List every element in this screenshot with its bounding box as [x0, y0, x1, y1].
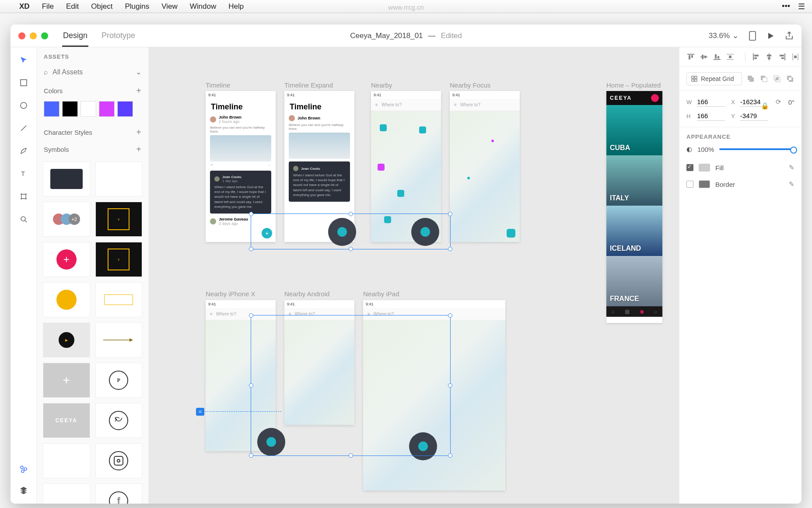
align-hcenter-icon[interactable] — [765, 53, 774, 61]
artboard-timeline[interactable]: 9:41 Timeline John Brown2 hours ago Beli… — [206, 91, 276, 242]
tab-prototype[interactable]: Prototype — [101, 25, 136, 47]
color-swatch[interactable] — [80, 101, 96, 117]
menu-object[interactable]: Object — [91, 2, 112, 11]
artboard-home-populated[interactable]: CEEYA CUBA ITALY ICELAND FRANCE ⌂▦◉⌕ — [606, 91, 662, 323]
distribute-v-icon[interactable] — [726, 53, 735, 61]
rectangle-tool[interactable] — [18, 77, 29, 88]
color-swatch[interactable] — [44, 101, 60, 117]
boolean-intersect-icon[interactable] — [773, 74, 781, 83]
align-left-icon[interactable] — [752, 53, 760, 61]
artboard-label[interactable]: Timeline — [206, 81, 230, 89]
width-input[interactable] — [697, 97, 725, 107]
artboard-label[interactable]: Nearby — [371, 81, 392, 89]
symbol-thumb[interactable] — [95, 322, 143, 357]
svg-rect-34 — [794, 56, 797, 58]
text-tool[interactable]: T — [18, 168, 29, 179]
symbol-thumb[interactable] — [95, 282, 143, 317]
lock-aspect-icon[interactable]: 🔒 — [761, 102, 769, 110]
add-color-button[interactable]: + — [136, 86, 141, 96]
border-color-chip[interactable] — [699, 180, 710, 188]
align-bottom-icon[interactable] — [713, 53, 721, 61]
opacity-slider[interactable] — [719, 148, 794, 150]
artboard-label[interactable]: Nearby iPhone X — [206, 290, 255, 298]
pen-tool[interactable] — [18, 145, 29, 157]
zoom-dropdown[interactable]: 33.6% ⌄ — [709, 31, 738, 40]
artboard-nearby-ipad[interactable]: 9:41 ≡Where to? — [363, 300, 505, 490]
symbol-thumb[interactable]: + — [43, 242, 90, 277]
fill-color-chip[interactable] — [699, 164, 710, 172]
symbol-thumb[interactable] — [43, 443, 90, 478]
symbol-thumb[interactable]: › — [95, 202, 143, 237]
window-zoom-button[interactable] — [41, 32, 48, 39]
symbol-thumb[interactable]: P — [95, 363, 143, 398]
align-right-icon[interactable] — [778, 53, 787, 61]
color-swatch[interactable] — [99, 101, 115, 117]
symbol-thumb[interactable]: + — [43, 363, 90, 398]
artboard-tool[interactable] — [18, 191, 29, 202]
artboard-nearby-focus[interactable]: 9:41 ≡Where to? — [450, 91, 520, 242]
symbol-thumb[interactable] — [43, 282, 90, 317]
opacity-value: 100% — [697, 146, 714, 153]
eyedropper-icon[interactable]: ✎ — [789, 164, 794, 172]
align-top-icon[interactable] — [686, 53, 695, 61]
color-swatch[interactable] — [117, 101, 133, 117]
menu-file[interactable]: File — [42, 2, 54, 11]
menu-window[interactable]: Window — [190, 2, 216, 11]
boolean-exclude-icon[interactable] — [786, 74, 794, 83]
menubar-more-icon[interactable]: ••• — [782, 2, 790, 11]
ellipse-tool[interactable] — [18, 100, 29, 111]
fill-checkbox[interactable] — [686, 164, 693, 171]
menu-plugins[interactable]: Plugins — [125, 2, 149, 11]
window-close-button[interactable] — [18, 32, 25, 39]
character-styles-section: Character Styles + — [37, 123, 148, 140]
menubar-list-icon[interactable]: ☰ — [798, 2, 805, 11]
eyedropper-icon[interactable]: ✎ — [789, 180, 794, 188]
add-charstyle-button[interactable]: + — [136, 127, 141, 137]
height-input[interactable] — [697, 111, 725, 121]
menu-help[interactable]: Help — [228, 2, 244, 11]
menubar-app-name[interactable]: XD — [19, 2, 30, 11]
menu-view[interactable]: View — [161, 2, 178, 11]
symbol-thumb[interactable]: ▸ — [43, 322, 90, 357]
select-tool[interactable] — [18, 54, 29, 66]
boolean-subtract-icon[interactable] — [760, 74, 768, 83]
border-checkbox[interactable] — [686, 181, 693, 188]
artboard-label[interactable]: Nearby Focus — [450, 81, 490, 89]
symbol-thumb[interactable] — [95, 403, 143, 438]
artboard-nearby-android[interactable]: 9:41 ≡Where to? — [284, 300, 354, 425]
layers-panel-toggle[interactable] — [18, 484, 29, 496]
add-symbol-button[interactable]: + — [136, 144, 141, 154]
repeat-grid-button[interactable]: Repeat Grid — [686, 72, 742, 85]
symbol-thumb[interactable] — [43, 161, 90, 196]
menu-edit[interactable]: Edit — [66, 2, 79, 11]
symbol-thumb[interactable]: +2 — [43, 202, 90, 237]
window-minimize-button[interactable] — [30, 32, 37, 39]
rotate-icon[interactable]: ⟳ — [774, 98, 783, 106]
desktop-preview-icon[interactable] — [766, 32, 775, 40]
line-tool[interactable] — [18, 123, 29, 134]
symbol-thumb[interactable] — [95, 443, 143, 478]
zoom-tool[interactable] — [18, 214, 29, 225]
device-preview-icon[interactable] — [748, 32, 757, 40]
align-vcenter-icon[interactable] — [700, 53, 708, 61]
share-icon[interactable] — [785, 32, 794, 40]
y-input[interactable] — [740, 111, 768, 121]
assets-filter-dropdown[interactable]: ⌕ All Assets ⌄ — [37, 64, 148, 81]
artboard-label[interactable]: Nearby iPad — [363, 290, 399, 298]
boolean-add-icon[interactable] — [746, 74, 755, 83]
color-swatch[interactable] — [62, 101, 78, 117]
artboard-label[interactable]: Timeline Expand — [284, 81, 333, 89]
symbol-thumb[interactable] — [43, 483, 90, 504]
assets-panel-toggle[interactable] — [18, 463, 29, 475]
symbol-thumb[interactable] — [95, 161, 143, 196]
artboard-label[interactable]: Nearby Android — [284, 290, 329, 298]
artboard-label[interactable]: Home – Populated — [606, 81, 661, 89]
symbol-thumb[interactable]: CEEYA — [43, 403, 90, 438]
tab-design[interactable]: Design — [62, 25, 88, 47]
distribute-h-icon[interactable] — [791, 53, 800, 61]
symbol-thumb[interactable]: ‹ — [95, 242, 143, 277]
artboard-nearby-iphonex[interactable]: 9:41 ≡Where to? — [206, 300, 276, 451]
svg-rect-13 — [691, 55, 693, 58]
canvas[interactable]: Timeline Timeline Expand Nearby Nearby F… — [149, 47, 679, 504]
symbol-thumb[interactable]: f — [95, 483, 143, 504]
